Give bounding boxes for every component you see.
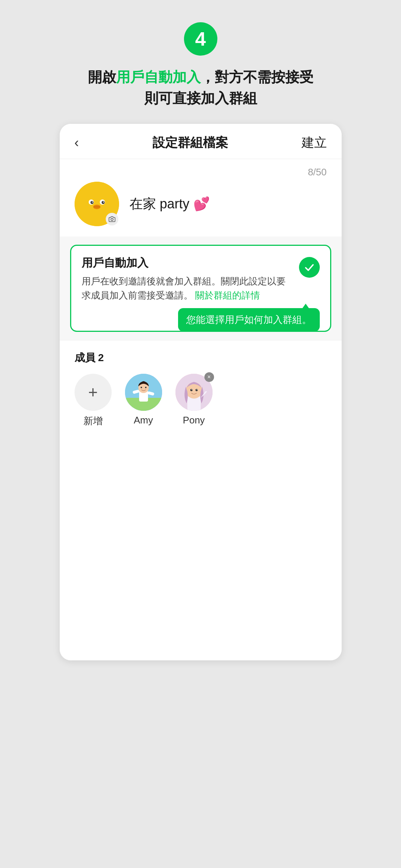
step-circle: 4	[184, 22, 217, 56]
member-item-pony: × Pony	[175, 374, 213, 426]
svg-point-7	[103, 202, 104, 203]
svg-point-22	[190, 389, 193, 391]
back-button[interactable]: ‹	[75, 135, 79, 151]
svg-point-23	[195, 389, 198, 391]
title-block: 開啟用戶自動加入，對方不需按接受 則可直接加入群組	[88, 67, 313, 109]
group-profile: 8/50	[60, 159, 342, 237]
tooltip-bubble: 您能選擇用戶如何加入群組。	[178, 308, 320, 331]
toggle-checkbox[interactable]	[299, 257, 320, 278]
remove-pony-button[interactable]: ×	[204, 372, 214, 382]
add-member-label: 新增	[83, 415, 103, 428]
group-info-row: 在家 party 💕	[75, 182, 327, 226]
checkmark-icon	[304, 262, 315, 273]
group-name[interactable]: 在家 party 💕	[129, 195, 210, 213]
svg-point-24	[191, 389, 192, 390]
pony-name: Pony	[183, 415, 205, 426]
members-section: 成員 2 + 新增	[60, 340, 342, 438]
toggle-description: 用戶在收到邀請後就會加入群組。關閉此設定以要求成員加入前需接受邀請。 關於群組的…	[82, 274, 292, 302]
title-highlight: 用戶自動加入	[116, 69, 201, 85]
title-prefix: 開啟	[88, 69, 116, 85]
plus-icon: +	[88, 383, 98, 402]
svg-point-10	[111, 218, 113, 221]
toggle-link[interactable]: 關於群組的詳情	[195, 290, 260, 300]
title-line2: 則可直接加入群組	[144, 90, 257, 106]
svg-point-16	[145, 387, 147, 388]
member-count: 8/50	[75, 166, 327, 178]
toggle-row: 用戶自動加入 用戶在收到邀請後就會加入群組。關閉此設定以要求成員加入前需接受邀請…	[82, 255, 320, 302]
svg-point-15	[141, 387, 142, 388]
amy-name: Amy	[134, 415, 153, 426]
bottom-space	[60, 438, 342, 660]
svg-point-25	[197, 389, 197, 390]
title-suffix: ，對方不需按接受	[201, 69, 313, 85]
tooltip-row: 您能選擇用戶如何加入群組。	[82, 308, 320, 331]
add-member-button[interactable]: +	[75, 374, 112, 411]
group-avatar-wrapper[interactable]	[75, 182, 119, 226]
svg-point-6	[92, 202, 93, 203]
phone-card: ‹ 設定群組檔案 建立 8/50	[60, 124, 342, 660]
change-avatar-button[interactable]	[106, 213, 118, 225]
create-button[interactable]: 建立	[302, 134, 327, 151]
toggle-title: 用戶自動加入	[82, 255, 292, 271]
amy-avatar-image	[125, 374, 162, 411]
svg-point-21	[186, 382, 202, 399]
toggle-text-block: 用戶自動加入 用戶在收到邀請後就會加入群組。關閉此設定以要求成員加入前需接受邀請…	[82, 255, 292, 302]
step-number: 4	[195, 29, 206, 49]
header-title: 設定群組檔案	[152, 134, 228, 151]
member-item-amy: Amy	[125, 374, 162, 426]
members-title: 成員 2	[75, 351, 327, 365]
header-bar: ‹ 設定群組檔案 建立	[60, 124, 342, 159]
amy-avatar	[125, 374, 162, 411]
add-member-item[interactable]: + 新增	[75, 374, 112, 428]
auto-join-toggle-box: 用戶自動加入 用戶在收到邀請後就會加入群組。關閉此設定以要求成員加入前需接受邀請…	[70, 245, 331, 332]
members-list: + 新增	[75, 374, 327, 428]
